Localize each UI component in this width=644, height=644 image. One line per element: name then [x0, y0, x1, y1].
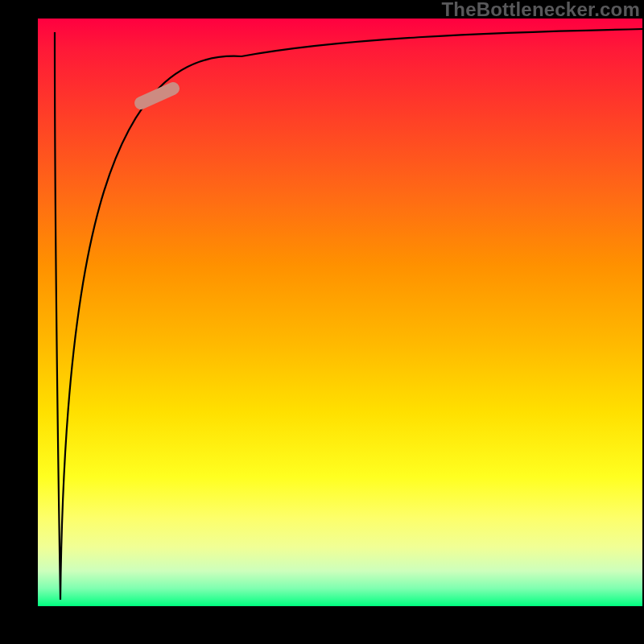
- chart-svg: [0, 0, 644, 644]
- chart-container: { "watermark": "TheBottlenecker.com", "p…: [0, 0, 644, 644]
- watermark-text: TheBottlenecker.com: [441, 0, 640, 21]
- bottleneck-curve: [55, 29, 644, 600]
- highlight-marker: [141, 89, 173, 103]
